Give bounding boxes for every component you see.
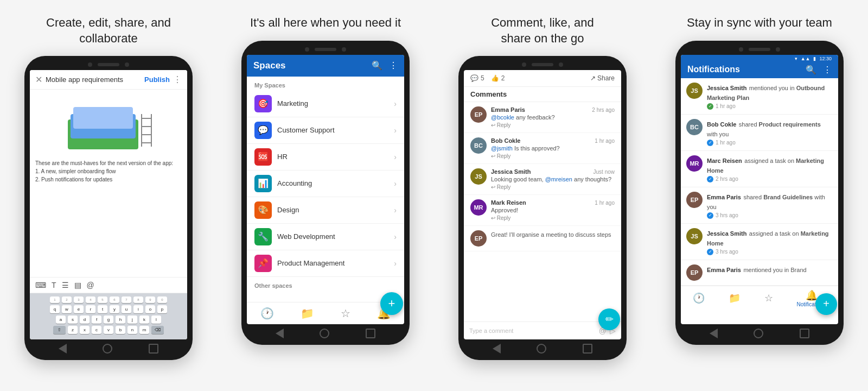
space-item-pm[interactable]: 📌 Product Management › — [247, 250, 404, 277]
key-r[interactable]: r — [86, 305, 95, 313]
key-y[interactable]: y — [110, 305, 119, 313]
key-f[interactable]: f — [92, 316, 101, 324]
nav-favorites-icon-4[interactable]: ☆ — [764, 292, 773, 304]
comments-header: 💬 5 👍 2 ↗ Share — [464, 70, 621, 87]
nav-recent-icon-4[interactable]: 🕐 — [693, 292, 705, 304]
home-button-4[interactable] — [754, 329, 763, 338]
editor-publish-button[interactable]: Publish — [144, 75, 170, 84]
spaces-fab-button[interactable]: + — [380, 292, 403, 315]
key-9[interactable]: 9 — [145, 297, 155, 303]
reply-button-3[interactable]: ↩ Reply — [491, 184, 615, 190]
recents-button-2[interactable] — [366, 329, 375, 338]
nav-recent-icon[interactable]: 🕐 — [260, 307, 274, 320]
key-3[interactable]: 3 — [74, 297, 84, 303]
key-n[interactable]: n — [127, 326, 137, 334]
like-count[interactable]: 👍 2 — [491, 74, 505, 82]
space-item-marketing[interactable]: 🎯 Marketing › — [247, 91, 404, 117]
key-h[interactable]: h — [116, 316, 125, 324]
back-button-4[interactable] — [710, 329, 718, 338]
reply-button-4[interactable]: ↩ Reply — [491, 215, 615, 221]
notif-text-4: Emma Paris shared Brand Guidelines with … — [707, 192, 833, 219]
key-q[interactable]: q — [50, 305, 60, 313]
comment-count: 💬 5 — [470, 74, 484, 82]
notif-more-icon[interactable]: ⋮ — [823, 65, 832, 75]
text-icon[interactable]: T — [52, 281, 56, 289]
key-e[interactable]: e — [74, 305, 84, 313]
mention-icon[interactable]: @ — [87, 281, 94, 289]
share-button[interactable]: ↗ Share — [590, 74, 615, 82]
image-icon[interactable]: ▤ — [74, 281, 81, 289]
key-2[interactable]: 2 — [62, 297, 72, 303]
key-u[interactable]: u — [122, 305, 131, 313]
comment-input[interactable]: Type a comment — [469, 327, 596, 334]
home-button-3[interactable] — [537, 344, 546, 354]
key-v[interactable]: v — [104, 326, 113, 334]
space-item-design[interactable]: 🎨 Design › — [247, 197, 404, 224]
editor-more-icon[interactable]: ⋮ — [173, 74, 182, 85]
comment-time-3: Just now — [593, 169, 615, 175]
key-s[interactable]: s — [68, 316, 78, 324]
key-z[interactable]: z — [68, 326, 78, 334]
recents-button-3[interactable] — [583, 344, 592, 354]
home-button-2[interactable] — [320, 329, 329, 338]
notif-item-6[interactable]: EP Emma Paris mentioned you in Brand — [681, 260, 838, 286]
key-6[interactable]: 6 — [110, 297, 119, 303]
reply-button-2[interactable]: ↩ Reply — [491, 153, 615, 159]
key-l[interactable]: l — [151, 316, 161, 324]
reply-button-1[interactable]: ↩ Reply — [491, 122, 615, 128]
back-button-1[interactable] — [59, 344, 67, 354]
key-x[interactable]: x — [80, 326, 90, 334]
key-delete[interactable]: ⌫ — [151, 326, 164, 334]
key-k[interactable]: k — [139, 316, 149, 324]
key-0[interactable]: 0 — [157, 297, 167, 303]
space-name-design: Design — [277, 206, 388, 214]
key-j[interactable]: j — [127, 316, 137, 324]
key-d[interactable]: d — [80, 316, 90, 324]
key-4[interactable]: 4 — [86, 297, 95, 303]
space-item-hr[interactable]: 🆘 HR › — [247, 144, 404, 171]
space-item-customer-support[interactable]: 💬 Customer Support › — [247, 117, 404, 144]
key-g[interactable]: g — [104, 316, 113, 324]
recents-button-4[interactable] — [800, 329, 809, 338]
editor-close-icon[interactable]: ✕ — [35, 74, 42, 85]
ladder-icon — [141, 114, 152, 147]
more-icon[interactable]: ⋮ — [389, 60, 398, 71]
key-b[interactable]: b — [116, 326, 125, 334]
space-item-webdev[interactable]: 🔧 Web Development › — [247, 224, 404, 250]
key-7[interactable]: 7 — [122, 297, 131, 303]
key-t[interactable]: t — [98, 305, 107, 313]
key-a[interactable]: a — [56, 316, 66, 324]
phone-camera-2 — [305, 47, 309, 52]
key-m[interactable]: m — [139, 326, 149, 334]
notifications-header-icons: 🔍 ⋮ — [806, 65, 832, 75]
nav-spaces-icon-4[interactable]: 📁 — [729, 292, 741, 304]
nav-favorites-icon[interactable]: ☆ — [341, 307, 350, 320]
notif-fab-button[interactable]: + — [815, 293, 837, 315]
notif-item-4[interactable]: EP Emma Paris shared Brand Guidelines wi… — [681, 187, 838, 224]
list-icon[interactable]: ☰ — [62, 281, 69, 289]
edit-fab-button[interactable]: ✏ — [598, 308, 620, 330]
key-w[interactable]: w — [62, 305, 72, 313]
key-o[interactable]: o — [145, 305, 155, 313]
back-button-3[interactable] — [493, 344, 501, 354]
notif-item-2[interactable]: BC Bob Cokle shared Product requirements… — [681, 115, 838, 151]
key-1[interactable]: 1 — [50, 297, 60, 303]
key-shift[interactable]: ⇧ — [53, 326, 66, 334]
nav-spaces-icon[interactable]: 📁 — [301, 307, 314, 320]
notif-item-1[interactable]: JS Jessica Smith mentioned you in Outbou… — [681, 78, 838, 115]
recents-button-1[interactable] — [149, 344, 158, 354]
notif-item-3[interactable]: MR Marc Reisen assigned a task on Market… — [681, 151, 838, 187]
back-button-2[interactable] — [276, 329, 284, 338]
notif-item-5[interactable]: JS Jessica Smith assigned a task on Mark… — [681, 224, 838, 260]
notif-search-icon[interactable]: 🔍 — [806, 65, 816, 75]
keyboard-icon[interactable]: ⌨ — [35, 281, 46, 289]
phone-camera-2b — [342, 47, 346, 52]
key-c[interactable]: c — [92, 326, 101, 334]
key-8[interactable]: 8 — [133, 297, 143, 303]
key-5[interactable]: 5 — [98, 297, 107, 303]
home-button-1[interactable] — [103, 344, 112, 354]
space-item-accounting[interactable]: 📊 Accounting › — [247, 171, 404, 197]
key-p[interactable]: p — [157, 305, 167, 313]
search-icon[interactable]: 🔍 — [372, 60, 382, 71]
key-i[interactable]: i — [133, 305, 143, 313]
